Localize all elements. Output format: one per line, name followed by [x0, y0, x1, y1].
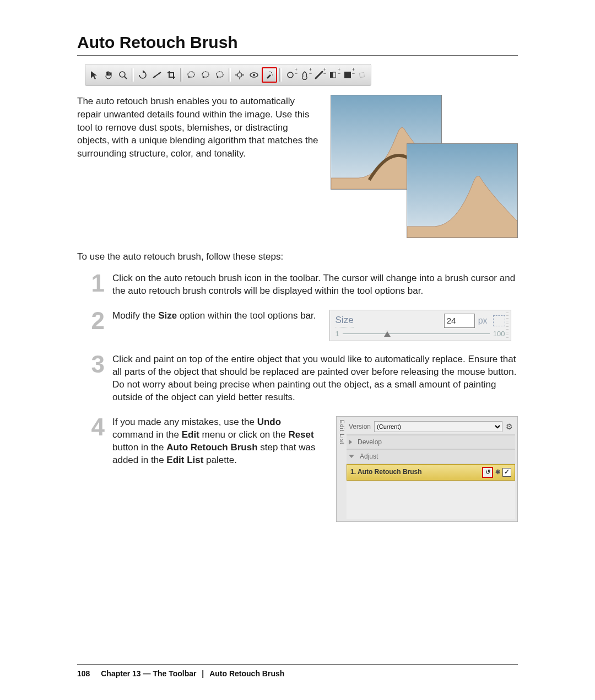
eye-icon[interactable]: [247, 68, 261, 82]
toolbar-separator: [279, 68, 282, 82]
svg-point-17: [253, 74, 255, 76]
svg-point-10: [217, 77, 219, 78]
svg-rect-27: [360, 73, 364, 77]
enabled-checkbox[interactable]: ✓: [502, 468, 511, 477]
svg-point-4: [159, 73, 160, 74]
step-body: Modify the Size option within the tool o…: [112, 310, 316, 322]
edit-list-side-label: Edit List: [338, 420, 345, 445]
lasso-a-icon[interactable]: [185, 68, 198, 82]
svg-point-9: [217, 72, 223, 77]
size-slider[interactable]: 1 100: [336, 329, 505, 339]
step-number: 3: [85, 353, 105, 404]
size-max: 100: [493, 329, 505, 339]
example-image-after: [407, 143, 518, 238]
intro-paragraph: The auto retouch brush enables you to au…: [77, 95, 321, 238]
svg-point-21: [288, 72, 293, 78]
section-adjust[interactable]: Adjust: [347, 449, 515, 464]
version-select[interactable]: (Current): [374, 421, 502, 432]
steps-lead: To use the auto retouch brush, follow th…: [77, 251, 518, 262]
size-preview-icon: [493, 315, 505, 326]
svg-point-18: [271, 72, 272, 73]
svg-line-22: [316, 72, 322, 78]
size-label: Size: [336, 314, 354, 327]
rotate-icon[interactable]: [136, 68, 149, 82]
toolbar-separator: [132, 68, 134, 82]
svg-rect-25: [344, 72, 351, 78]
step-body: Click and paint on top of the entire obj…: [112, 353, 518, 404]
texture-icon[interactable]: + −: [341, 68, 354, 82]
svg-point-3: [154, 76, 156, 78]
link-icon[interactable]: ✱: [495, 468, 500, 476]
svg-point-6: [188, 77, 190, 78]
brush-icon[interactable]: + −: [312, 68, 326, 82]
straighten-icon[interactable]: [150, 68, 164, 82]
size-unit: px: [478, 315, 488, 327]
svg-rect-23: [330, 72, 333, 78]
gradient-icon[interactable]: + −: [327, 68, 340, 82]
trailing-icon[interactable]: [355, 68, 369, 82]
step-number: 4: [85, 416, 105, 521]
crop-icon[interactable]: [165, 68, 178, 82]
lasso-b-icon[interactable]: [199, 68, 212, 82]
white-balance-icon[interactable]: [233, 68, 246, 82]
version-label: Version: [349, 422, 371, 431]
page-title: Auto Retouch Brush: [77, 33, 518, 52]
svg-point-11: [237, 73, 242, 77]
section-develop[interactable]: Develop: [347, 435, 515, 449]
step-number: 2: [85, 310, 105, 342]
toolbar-separator: [229, 68, 231, 82]
hand-tool-icon[interactable]: [102, 68, 115, 82]
step-4: 4 If you made any mistakes, use the Undo…: [77, 416, 518, 521]
zoom-tool-icon[interactable]: [116, 68, 129, 82]
size-min: 1: [336, 329, 339, 339]
edit-list-empty-area: [347, 481, 515, 519]
lasso-c-icon[interactable]: [213, 68, 226, 82]
page-number: 108: [77, 669, 90, 678]
svg-point-20: [269, 71, 271, 72]
app-toolbar: + −+ −+ −+ −+ −: [85, 64, 371, 86]
example-thumbnails: [331, 95, 518, 238]
size-input[interactable]: [444, 314, 475, 328]
svg-line-1: [125, 77, 127, 79]
edit-step-auto-retouch[interactable]: 1. Auto Retouch Brush ↺ ✱ ✓: [347, 464, 515, 481]
step-2: 2 Modify the Size option within the tool…: [77, 310, 518, 342]
edit-list-panel: Edit List Version (Current) ⚙ Develop Ad…: [336, 416, 518, 521]
step-number: 1: [85, 272, 105, 298]
burn-icon[interactable]: + −: [298, 68, 311, 82]
step-1: 1 Click on the auto retouch brush icon i…: [77, 272, 518, 298]
svg-point-7: [202, 72, 209, 77]
page-footer: 108 Chapter 13 — The Toolbar | Auto Reto…: [77, 664, 518, 678]
svg-point-19: [272, 74, 273, 76]
move-tool-icon[interactable]: [88, 68, 101, 82]
step-3: 3 Click and paint on top of the entire o…: [77, 353, 518, 404]
size-option-panel: Size px 1 100: [329, 310, 511, 342]
step-body: If you made any mistakes, use the Undo c…: [112, 416, 323, 467]
step-body: Click on the auto retouch brush icon in …: [112, 272, 518, 298]
svg-point-8: [203, 77, 204, 78]
svg-point-5: [188, 72, 194, 77]
dodge-icon[interactable]: + −: [284, 68, 297, 82]
toolbar-separator: [180, 68, 182, 82]
gear-icon[interactable]: ⚙: [506, 422, 513, 432]
title-rule: [77, 55, 518, 56]
svg-point-0: [120, 72, 125, 77]
auto-retouch-brush-icon[interactable]: [262, 67, 277, 83]
svg-rect-24: [333, 72, 336, 78]
reset-button[interactable]: ↺: [482, 467, 493, 478]
